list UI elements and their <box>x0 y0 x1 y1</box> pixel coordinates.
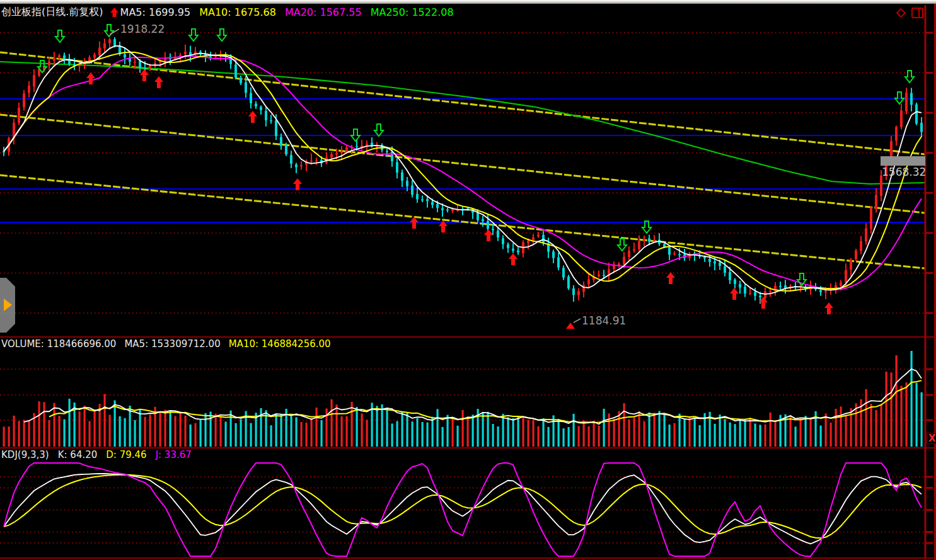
ma10-line <box>4 52 922 291</box>
sell-signal-arrow <box>895 92 904 104</box>
window-top-border <box>0 0 936 4</box>
chart-window: 创业板指(日线.前复权) MA5: 1699.95 MA10: 1675.68 … <box>0 0 936 560</box>
ma250-line <box>0 62 925 184</box>
last-price-label: 1568.32 <box>882 166 926 178</box>
split-window-icon[interactable] <box>910 6 925 20</box>
pane-close-x[interactable]: X <box>927 433 936 444</box>
sell-signal-arrow <box>105 25 113 37</box>
low-point-marker <box>566 323 575 329</box>
volume-ma10: MA10: 146884256.00 <box>229 338 331 350</box>
buy-signal-arrow <box>154 76 163 88</box>
kdj-k-line <box>4 474 922 544</box>
kdj-name: KDJ(9,3,3) <box>1 449 49 460</box>
legend-ma20: MA20: 1567.55 <box>285 6 362 18</box>
main-chart-legend: 创业板指(日线.前复权) MA5: 1699.95 MA10: 1675.68 … <box>1 4 454 20</box>
kdj-d-line <box>4 475 922 538</box>
sell-signal-arrow <box>189 29 198 41</box>
legend-ma250: MA250: 1522.08 <box>371 6 454 18</box>
kdj-legend: KDJ(9,3,3) K: 64.20 D: 79.46 J: 33.67 <box>1 449 192 461</box>
buy-signal-arrow <box>509 253 517 265</box>
kdj-j-line <box>4 463 922 556</box>
volume-legend: VOLUME: 118466696.00 MA5: 153309712.00 M… <box>1 338 331 350</box>
sell-signal-arrow <box>374 124 383 136</box>
high-annotation: 1918.22 <box>120 23 165 35</box>
kdj-j-value: J: 33.67 <box>156 449 192 460</box>
last-price-marker <box>881 156 925 166</box>
legend-ma5: MA5: 1699.95 <box>120 6 191 18</box>
window-toolbar <box>894 6 925 20</box>
low-annotation: 1184.91 <box>582 314 626 327</box>
legend-ma10: MA10: 1675.68 <box>199 6 276 18</box>
sell-signal-arrow <box>55 30 64 42</box>
volume-panel[interactable] <box>0 349 925 447</box>
diamond-icon[interactable] <box>894 6 908 20</box>
sell-signal-arrow <box>618 239 627 251</box>
chart-canvas[interactable] <box>0 0 936 560</box>
sell-signal-arrow <box>905 71 914 83</box>
volume-bars <box>3 349 923 447</box>
buy-signal-arrow <box>484 229 493 241</box>
buy-signal-arrow <box>730 288 739 300</box>
buy-signal-arrow <box>666 272 675 284</box>
sell-signal-arrow <box>217 29 226 41</box>
kdj-k-value: K: 64.20 <box>58 449 98 460</box>
main-panel[interactable] <box>0 25 925 329</box>
kdj-panel[interactable] <box>0 463 925 556</box>
instrument-title: 创业板指(日线.前复权) <box>1 6 103 19</box>
expand-arrow-icon <box>4 299 12 311</box>
volume-value: VOLUME: 118466696.00 <box>1 338 116 350</box>
up-arrow-icon <box>110 7 119 18</box>
buy-signal-arrow <box>140 69 149 81</box>
sidebar-expand-tab[interactable] <box>0 278 15 333</box>
trend-line <box>0 115 925 213</box>
volume-ma5: MA5: 153309712.00 <box>124 338 220 350</box>
buy-signal-arrow <box>86 72 95 84</box>
kdj-d-value: D: 79.46 <box>106 449 146 460</box>
buy-signal-arrow <box>824 302 833 314</box>
